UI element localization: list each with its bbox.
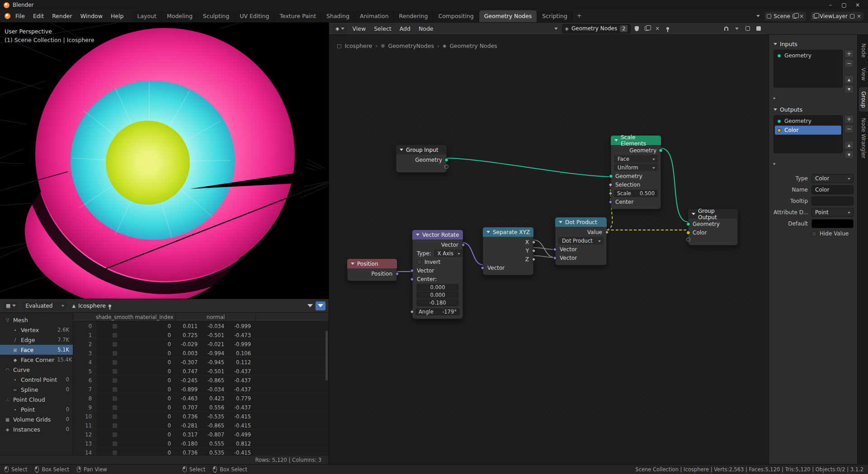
collapse-icon[interactable] [692, 213, 695, 215]
geometry-input-socket[interactable] [686, 222, 690, 226]
tree-item-spline[interactable]: ≈Spline0 [0, 385, 73, 394]
column-header-shade-smooth[interactable]: shade_smooth [97, 313, 133, 321]
scene-selector[interactable]: Scene × [764, 12, 806, 21]
workspace-tab-rendering[interactable]: Rendering [394, 10, 434, 22]
pin-icon[interactable] [108, 305, 111, 307]
node-header[interactable]: Group Output [688, 209, 738, 219]
name-input[interactable]: Color [811, 185, 854, 194]
tree-item-curve[interactable]: ◠Curve [0, 365, 73, 375]
overlay-dropdown-button[interactable] [754, 24, 763, 33]
sidebar-tab-node-wrangler[interactable]: Node Wrangler [859, 114, 868, 163]
editor-type-button[interactable]: ◈ [333, 24, 347, 33]
tree-item-point-cloud[interactable]: ∴Point Cloud [0, 394, 73, 404]
dataset-dropdown[interactable]: Evaluated [22, 301, 67, 310]
column-header-normal[interactable]: normal [176, 313, 256, 321]
hide-value-checkbox[interactable] [811, 231, 816, 236]
tooltip-input[interactable] [811, 197, 854, 206]
remove-output-button[interactable]: − [844, 125, 854, 133]
center-x-field[interactable]: 0.000 [416, 284, 459, 291]
scale-mode-dropdown[interactable]: Uniform [614, 164, 658, 171]
outputs-expand-icon[interactable]: ▸ [774, 160, 854, 167]
rotation-type-dropdown[interactable]: X Axis [434, 249, 463, 257]
workspace-tab-sculpting[interactable]: Sculpting [198, 10, 235, 22]
workspace-tab-compositing[interactable]: Compositing [433, 10, 479, 22]
extend-socket[interactable] [686, 238, 690, 242]
collapse-icon[interactable] [486, 231, 490, 233]
node-position[interactable]: Position Position [347, 259, 397, 281]
user-count-badge[interactable]: 2 [620, 25, 627, 32]
move-output-down-button[interactable]: ▾ [844, 150, 854, 159]
checkbox[interactable] [112, 342, 118, 347]
workspace-tab-uv-editing[interactable]: UV Editing [235, 10, 274, 22]
remove-viewlayer-icon[interactable]: × [857, 14, 861, 19]
tree-item-face-corner[interactable]: ◆Face Corner15.4K [0, 355, 73, 365]
workspace-tab-shading[interactable]: Shading [321, 10, 355, 22]
checkbox[interactable] [112, 396, 118, 401]
center-y-field[interactable]: 0.000 [416, 291, 459, 299]
fake-user-button[interactable] [632, 24, 641, 33]
node-header[interactable]: Group Input [396, 145, 447, 155]
checkbox[interactable] [112, 360, 118, 365]
socket-list-item-geometry[interactable]: Geometry [775, 51, 841, 60]
checkbox[interactable] [112, 414, 118, 419]
tree-item-instances[interactable]: ◈Instances0 [0, 424, 73, 434]
collapse-icon[interactable] [416, 234, 420, 236]
new-scene-icon[interactable] [793, 14, 797, 19]
minimize-button[interactable]: – [824, 0, 837, 10]
center-z-field[interactable]: -0.180 [416, 299, 459, 306]
collapse-icon[interactable] [614, 139, 618, 141]
workspace-tab-modeling[interactable]: Modeling [162, 10, 198, 22]
snap-button[interactable] [722, 24, 731, 33]
checkbox[interactable] [112, 441, 118, 446]
tree-item-point[interactable]: ∙Point0 [0, 404, 73, 414]
menu-file[interactable]: File [11, 10, 29, 22]
tree-item-control-point[interactable]: ∙Control Point0 [0, 375, 73, 385]
breadcrumb-item-icosphere[interactable]: Icosphere [344, 42, 372, 49]
node-vector-rotate[interactable]: Vector Rotate Vector Type: X Axis Invert [412, 230, 463, 319]
checkbox[interactable] [112, 423, 118, 428]
vertical-scrollbar[interactable] [326, 331, 328, 380]
pin-button[interactable] [663, 24, 672, 33]
attribute-domain-dropdown[interactable]: Point [811, 208, 854, 217]
angle-field[interactable]: Angle -179° [415, 308, 460, 315]
move-output-up-button[interactable]: ▴ [844, 141, 854, 149]
tree-item-volume-grids[interactable]: ▦Volume Grids0 [0, 414, 73, 424]
outputs-section-header[interactable]: Outputs [774, 105, 854, 114]
add-input-button[interactable]: + [844, 50, 854, 58]
node-group-output[interactable]: Group Output Geometry Color [688, 209, 738, 245]
ne-menu-add[interactable]: Add [396, 23, 415, 34]
checkbox[interactable] [112, 450, 118, 455]
viewlayer-selector[interactable]: ViewLayer × [811, 12, 863, 21]
remove-input-button[interactable]: − [844, 59, 854, 67]
sidebar-tab-group[interactable]: Group [859, 87, 868, 112]
node-header[interactable]: Vector Rotate [412, 230, 463, 239]
node-separate-xyz[interactable]: Separate XYZ X Y Z Vector [483, 227, 533, 275]
invert-checkbox[interactable] [417, 259, 422, 264]
geometry-output-socket[interactable] [444, 158, 448, 162]
filter-toggle-button[interactable] [316, 301, 326, 310]
column-header-material-index[interactable]: material_index [133, 313, 176, 321]
collapse-icon[interactable] [351, 263, 354, 265]
inputs-expand-icon[interactable]: ▸ [774, 94, 854, 101]
collapse-icon[interactable] [400, 149, 403, 151]
add-output-button[interactable]: + [844, 115, 854, 123]
socket-list-item-geometry[interactable]: Geometry [775, 117, 841, 126]
sidebar-tab-view[interactable]: View [859, 64, 868, 84]
extend-socket[interactable] [444, 165, 448, 169]
ne-menu-node[interactable]: Node [415, 23, 438, 34]
node-header[interactable]: Scale Elements [611, 136, 661, 145]
node-dot-product[interactable]: Dot Product Value Dot Product Vector [555, 217, 607, 265]
breadcrumb-item-geometrynodes[interactable]: GeometryNodes [388, 42, 434, 49]
tree-item-mesh[interactable]: ▽Mesh [0, 315, 73, 325]
checkbox[interactable] [112, 405, 118, 410]
socket-list-item-color[interactable]: Color [775, 126, 841, 135]
sidebar-tab-node[interactable]: Node [859, 39, 868, 61]
menu-help[interactable]: Help [107, 10, 128, 22]
menu-edit[interactable]: Edit [29, 10, 48, 22]
tree-item-vertex[interactable]: ∙Vertex2.6K [0, 325, 73, 335]
workspace-tab-layout[interactable]: Layout [132, 10, 162, 22]
unlink-scene-icon[interactable]: × [799, 14, 804, 19]
viewport-3d[interactable]: User Perspective (1) Scene Collection | … [0, 23, 329, 299]
type-dropdown[interactable]: Color [811, 174, 854, 183]
close-button[interactable]: × [851, 0, 864, 10]
